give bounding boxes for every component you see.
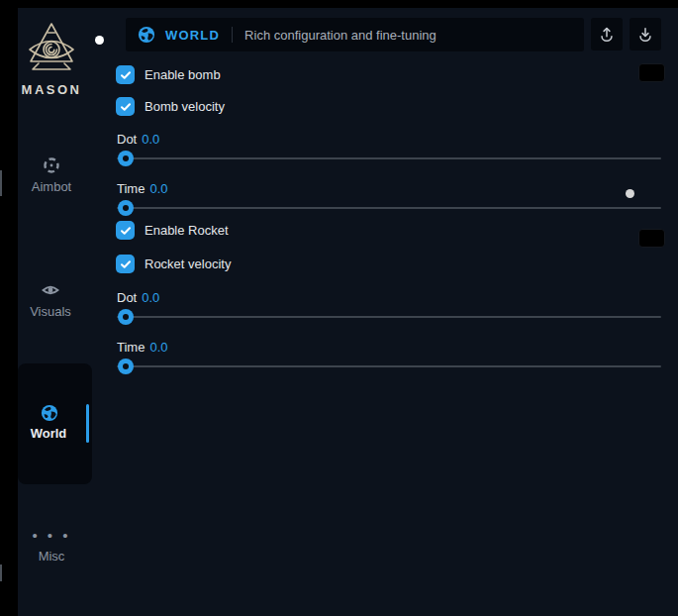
download-icon [636,26,654,44]
desktop-artifact [0,565,2,581]
brand-name: MASON [20,82,83,97]
sidebar-item-world[interactable] [18,363,92,484]
slider-label: Dot [117,132,137,147]
bomb-dot-slider-handle[interactable] [118,151,134,166]
checkmark-icon [120,225,132,237]
bomb-velocity-checkbox[interactable] [116,97,135,116]
page-title: WORLD [165,28,220,43]
globe-icon [138,26,155,44]
header-divider [232,27,233,43]
page-header: WORLD Rich configuration and fine-tuning [126,18,584,51]
slider-value: 0.0 [149,340,167,355]
rocket-dot-slider-handle[interactable] [118,309,134,325]
cursor-dot [95,36,104,45]
checkmark-icon [120,69,132,81]
slider-label: Dot [117,290,137,305]
checkbox-label: Enable Rocket [145,223,229,238]
ellipsis-icon[interactable]: • • • [18,531,85,541]
sidebar-item-visuals[interactable] [17,280,84,300]
checkbox-label: Rocket velocity [145,257,231,271]
rocket-time-slider-handle[interactable] [118,359,134,374]
bomb-color-swatch[interactable] [638,63,665,82]
sidebar-item-aimbot[interactable] [18,155,85,175]
sidebar-item-misc-label[interactable]: Misc [18,549,85,564]
rocket-velocity-checkbox[interactable] [116,255,135,273]
rocket-time-slider-track[interactable] [117,365,661,367]
sidebar-item-aimbot-label[interactable]: Aimbot [18,179,85,194]
export-config-button[interactable] [591,18,623,51]
eye-icon [41,280,60,300]
slider-value: 0.0 [142,290,159,305]
enable-bomb-checkbox[interactable] [116,65,135,84]
slider-label-row: Time0.0 [117,181,167,196]
bomb-time-slider-track[interactable] [117,207,661,209]
pyramid-eye-logo-icon [24,20,79,77]
page-subtitle: Rich configuration and fine-tuning [244,28,436,43]
checkmark-icon [120,258,132,270]
import-config-button[interactable] [630,18,661,51]
sidebar-item-visuals-label[interactable]: Visuals [17,304,84,319]
slider-value: 0.0 [149,181,167,196]
enable-rocket-checkbox[interactable] [116,221,135,240]
checkbox-label: Bomb velocity [145,99,225,114]
checkbox-row: Enable Rocket [116,221,229,240]
crosshair-icon [42,155,61,175]
slider-label-row: Dot0.0 [117,132,159,147]
rocket-dot-slider-track[interactable] [117,316,661,318]
slider-label: Time [117,340,145,355]
checkbox-label: Enable bomb [145,67,221,82]
desktop-artifact [0,170,2,196]
checkbox-row: Enable bomb [116,65,221,84]
checkbox-row: Bomb velocity [116,97,225,116]
checkmark-icon [120,101,132,113]
globe-icon [41,404,58,422]
slider-label-row: Time0.0 [117,340,167,355]
slider-value: 0.0 [142,132,159,147]
rocket-color-swatch[interactable] [638,229,665,248]
bomb-dot-slider-track[interactable] [117,157,661,159]
bomb-time-slider-handle[interactable] [118,200,134,216]
slider-label-row: Dot0.0 [117,290,159,305]
slider-label: Time [117,181,145,196]
upload-icon [598,26,616,44]
mason-window: MASON Aimbot Visuals World • • • Misc [18,8,678,616]
checkbox-row: Rocket velocity [116,255,231,273]
active-tab-indicator [86,404,89,443]
sidebar-item-world-label[interactable]: World [15,426,82,441]
cursor-dot [626,189,634,198]
